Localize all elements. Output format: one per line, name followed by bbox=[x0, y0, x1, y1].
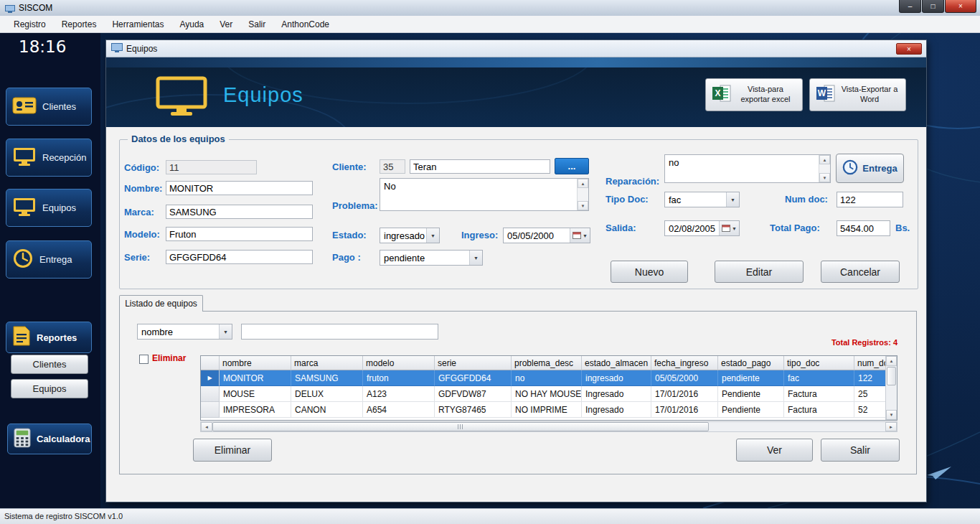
marca-field[interactable] bbox=[166, 205, 313, 219]
filter-field-select[interactable]: nombre ▼ bbox=[137, 324, 232, 340]
menu-registro[interactable]: Registro bbox=[6, 16, 54, 33]
ver-button[interactable]: Ver bbox=[736, 439, 813, 462]
grid-cell[interactable]: SAMSUNG bbox=[291, 370, 363, 386]
tipo-doc-select[interactable]: fac ▼ bbox=[664, 192, 740, 207]
grid-cell[interactable]: RTYG87465 bbox=[435, 402, 512, 418]
menu-anthoncode[interactable]: AnthonCode bbox=[273, 16, 337, 33]
chevron-down-icon[interactable]: ▼ bbox=[426, 228, 439, 243]
scroll-down-icon[interactable]: ▼ bbox=[819, 173, 830, 182]
scroll-up-icon[interactable]: ▲ bbox=[578, 179, 588, 188]
editar-button[interactable]: Editar bbox=[715, 261, 804, 283]
scrollbar-thumb[interactable] bbox=[887, 367, 896, 385]
grid-cell[interactable]: A654 bbox=[363, 402, 435, 418]
salida-date-picker[interactable]: 02/08/2005 ▼ bbox=[664, 220, 740, 236]
cliente-nombre-field[interactable] bbox=[410, 159, 550, 174]
grid-horizontal-scrollbar[interactable]: ◄ ► bbox=[200, 421, 897, 432]
scroll-right-icon[interactable]: ► bbox=[885, 422, 897, 431]
close-button[interactable]: × bbox=[945, 0, 976, 13]
sidebar-item-clientes[interactable]: Clientes bbox=[6, 88, 92, 126]
reparacion-scrollbar[interactable]: ▲ ▼ bbox=[819, 155, 830, 182]
export-word-button[interactable]: W Vista-Exportar a Word bbox=[809, 78, 906, 111]
grid-column-header[interactable]: tipo_doc bbox=[784, 356, 854, 370]
scroll-up-icon[interactable]: ▲ bbox=[886, 356, 897, 366]
equipos-close-button[interactable]: × bbox=[896, 43, 922, 55]
grid-column-header[interactable]: fecha_ingreso bbox=[651, 356, 718, 370]
ingreso-date-picker[interactable]: 05/05/2000 ▼ bbox=[503, 228, 590, 243]
grid-cell[interactable]: fruton bbox=[363, 370, 435, 386]
cliente-id-field[interactable] bbox=[380, 159, 405, 174]
tab-listado-de-equipos[interactable]: Listado de equipos bbox=[119, 295, 203, 312]
scroll-up-icon[interactable]: ▲ bbox=[819, 155, 830, 164]
maximize-button[interactable]: □ bbox=[922, 0, 944, 13]
total-pago-field[interactable] bbox=[837, 220, 890, 236]
grid-cell[interactable]: Ingresado bbox=[582, 386, 651, 402]
grid-column-header[interactable]: problema_desc bbox=[512, 356, 582, 370]
sidebar-item-equipos[interactable]: Equipos bbox=[6, 189, 92, 227]
grid-cell[interactable]: MOUSE bbox=[220, 386, 291, 402]
grid-column-header[interactable]: nombre bbox=[220, 356, 291, 370]
row-selector[interactable] bbox=[201, 386, 220, 402]
eliminar-checkbox[interactable] bbox=[139, 355, 149, 364]
pago-select[interactable]: pendiente ▼ bbox=[380, 250, 483, 266]
cancelar-button[interactable]: Cancelar bbox=[821, 261, 900, 283]
menu-herramientas[interactable]: Herramientas bbox=[104, 16, 171, 33]
chevron-down-icon[interactable]: ▼ bbox=[469, 251, 482, 265]
entrega-button[interactable]: Entrega bbox=[836, 154, 904, 183]
grid-cell[interactable]: NO HAY MOUSE bbox=[512, 386, 582, 402]
grid-cell[interactable]: 17/01/2016 bbox=[651, 386, 718, 402]
scroll-down-icon[interactable]: ▼ bbox=[886, 410, 897, 420]
sidebar-item-entrega[interactable]: Entrega bbox=[6, 240, 92, 279]
menu-ver[interactable]: Ver bbox=[212, 16, 240, 33]
nombre-field[interactable] bbox=[166, 181, 313, 195]
grid-cell[interactable]: 17/01/2016 bbox=[651, 402, 718, 418]
grid-cell[interactable]: 122 bbox=[854, 370, 887, 386]
grid-cell[interactable]: Factura bbox=[784, 402, 854, 418]
grid-column-header[interactable]: modelo bbox=[363, 356, 435, 370]
nuevo-button[interactable]: Nuevo bbox=[611, 261, 688, 283]
grid-cell[interactable]: NO IMPRIME bbox=[512, 402, 582, 418]
eliminar-button[interactable]: Eliminar bbox=[193, 439, 272, 462]
estado-select[interactable]: ingresado ▼ bbox=[380, 228, 440, 243]
scroll-left-icon[interactable]: ◄ bbox=[201, 422, 212, 431]
grid-column-header[interactable]: marca bbox=[291, 356, 363, 370]
chevron-down-icon[interactable]: ▼ bbox=[726, 192, 739, 207]
serie-field[interactable] bbox=[166, 250, 313, 264]
cliente-browse-button[interactable]: ... bbox=[555, 158, 589, 174]
reportes-equipos-button[interactable]: Equipos bbox=[11, 379, 88, 398]
salir-button[interactable]: Salir bbox=[821, 439, 900, 462]
menu-ayuda[interactable]: Ayuda bbox=[171, 16, 212, 33]
grid-cell[interactable]: A123 bbox=[363, 386, 435, 402]
grid-cell[interactable]: DELUX bbox=[291, 386, 363, 402]
modelo-field[interactable] bbox=[166, 227, 313, 241]
sidebar-item-reportes[interactable]: Reportes bbox=[6, 322, 92, 353]
chevron-down-icon[interactable]: ▼ bbox=[219, 324, 232, 339]
sidebar-item-recepcion[interactable]: Recepción bbox=[6, 139, 92, 177]
grid-cell[interactable]: CANON bbox=[291, 402, 363, 418]
grid-cell[interactable]: Factura bbox=[784, 386, 854, 402]
grid-cell[interactable]: 25 bbox=[854, 386, 887, 402]
equipos-title-bar[interactable]: Equipos × bbox=[106, 40, 926, 57]
scrollbar-thumb[interactable] bbox=[212, 422, 709, 431]
sidebar-item-calculadora[interactable]: Calculadora bbox=[7, 424, 92, 454]
problema-field[interactable]: No ▲ ▼ bbox=[380, 178, 589, 211]
num-doc-field[interactable] bbox=[837, 192, 903, 207]
grid-cell[interactable]: Pendiente bbox=[718, 402, 784, 418]
codigo-field[interactable] bbox=[166, 160, 257, 174]
grid-column-header[interactable]: estado_pago bbox=[718, 356, 784, 370]
grid-cell[interactable]: Ingresado bbox=[582, 402, 651, 418]
grid-cell[interactable]: GDFVDW87 bbox=[435, 386, 512, 402]
grid-vertical-scrollbar[interactable]: ▲ ▼ bbox=[885, 356, 897, 420]
grid-cell[interactable]: 52 bbox=[854, 402, 887, 418]
title-bar[interactable]: SISCOM – □ × bbox=[0, 0, 980, 17]
menu-salir[interactable]: Salir bbox=[240, 16, 273, 33]
filter-search-input[interactable] bbox=[241, 324, 438, 340]
grid-cell[interactable]: pendiente bbox=[718, 370, 784, 386]
grid-column-header[interactable]: serie bbox=[435, 356, 512, 370]
reparacion-field[interactable]: no ▲ ▼ bbox=[664, 154, 831, 183]
scroll-down-icon[interactable]: ▼ bbox=[578, 201, 588, 210]
row-selector[interactable]: ▶ bbox=[201, 370, 220, 386]
problema-scrollbar[interactable]: ▲ ▼ bbox=[577, 179, 588, 210]
minimize-button[interactable]: – bbox=[899, 0, 921, 13]
grid-cell[interactable]: Pendiente bbox=[718, 386, 784, 402]
reportes-clientes-button[interactable]: Clientes bbox=[11, 355, 88, 374]
